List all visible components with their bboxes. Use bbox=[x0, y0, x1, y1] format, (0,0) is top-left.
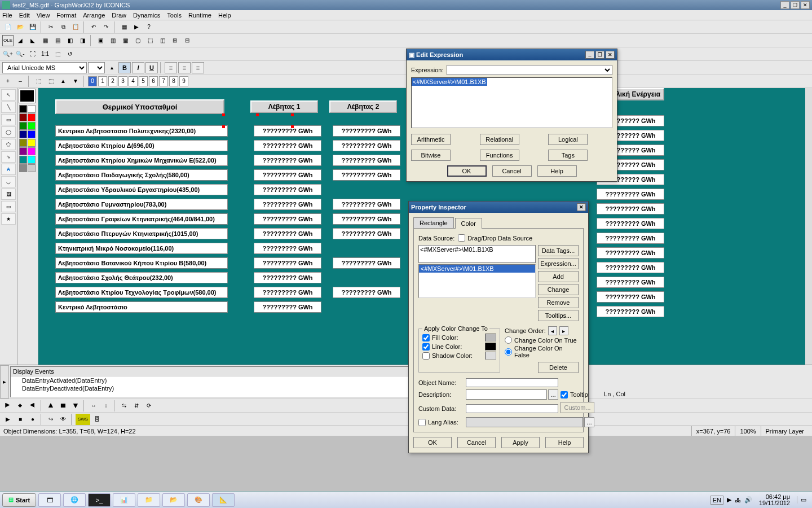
new-icon[interactable]: 📄 bbox=[2, 21, 14, 33]
color-purple[interactable] bbox=[19, 147, 27, 155]
group-icon[interactable]: ⬚ bbox=[33, 76, 44, 87]
ontrue-radio[interactable]: Change Color On True bbox=[505, 336, 579, 344]
tab-rectangle[interactable]: Rectangle bbox=[413, 217, 454, 228]
flip-h-icon[interactable]: ⇋ bbox=[118, 400, 130, 411]
minimize-button[interactable]: _ bbox=[780, 1, 789, 9]
font-size-select[interactable]: 8 bbox=[88, 62, 105, 73]
break-icon[interactable]: ● bbox=[27, 414, 38, 425]
expression-button[interactable]: Expression... bbox=[538, 258, 579, 269]
selection-handle[interactable] bbox=[222, 113, 225, 116]
apply-button[interactable]: Apply bbox=[501, 437, 540, 448]
value-cell[interactable]: ????????? GWh bbox=[254, 169, 321, 181]
color-white[interactable] bbox=[28, 105, 36, 113]
dyn9-icon[interactable]: ▩ bbox=[120, 35, 131, 46]
color-black[interactable] bbox=[19, 105, 27, 113]
task-cmd[interactable]: >_ bbox=[88, 493, 111, 507]
value-cell[interactable]: ????????? GWh bbox=[333, 140, 400, 151]
symbol-tool-icon[interactable]: ★ bbox=[1, 213, 16, 225]
layer-6-button[interactable]: 6 bbox=[149, 76, 158, 86]
station-label[interactable]: Λεβητοστάσιο Παιδαγωγικής Σχολής(580,00) bbox=[55, 169, 228, 181]
redo-icon[interactable]: ↷ bbox=[100, 21, 112, 33]
value-cell[interactable]: ????????? GWh bbox=[333, 257, 400, 269]
color-teal[interactable] bbox=[19, 156, 27, 164]
align-right-button[interactable]: ≡ bbox=[192, 62, 204, 73]
layer-4-button[interactable]: 4 bbox=[129, 76, 138, 86]
menu-arrange[interactable]: Arrange bbox=[83, 12, 105, 19]
task-explorer[interactable]: 🗔 bbox=[38, 493, 61, 507]
value-cell[interactable]: ????????? GWh bbox=[254, 213, 321, 225]
ole-icon[interactable]: OLE bbox=[2, 35, 14, 46]
ok-button[interactable]: OK bbox=[413, 437, 452, 448]
layer-2-button[interactable]: 2 bbox=[108, 76, 117, 86]
edit-expression-dialog[interactable]: ▣ Edit Expression _ ❐ ✕ Expression: <#MX… bbox=[406, 49, 617, 182]
value-cell[interactable]: ????????? GWh bbox=[254, 184, 321, 195]
close-button[interactable]: ✕ bbox=[801, 1, 810, 9]
align-l-icon[interactable]: ⯈ bbox=[2, 400, 14, 411]
total-cell[interactable]: ????????? GWh bbox=[597, 247, 664, 259]
color-dred[interactable] bbox=[19, 113, 27, 121]
tooltips-button[interactable]: Tooltips... bbox=[538, 310, 579, 321]
layer-3-button[interactable]: 3 bbox=[118, 76, 127, 86]
dragdrop-checkbox[interactable]: Drag/Drop Data Source bbox=[458, 234, 532, 242]
task-graphworx[interactable]: 📐 bbox=[212, 493, 235, 507]
datasource-input[interactable] bbox=[418, 245, 536, 263]
expression-select[interactable] bbox=[447, 65, 612, 75]
step-icon[interactable]: ↪ bbox=[45, 414, 56, 425]
tooltip-checkbox[interactable]: Tooltip bbox=[561, 391, 594, 398]
text-tool-icon[interactable]: A bbox=[1, 164, 16, 175]
value-cell[interactable]: ????????? GWh bbox=[333, 155, 400, 166]
value-cell[interactable]: ????????? GWh bbox=[254, 301, 321, 313]
align-t-icon[interactable]: ⯅ bbox=[45, 400, 56, 411]
polygon-tool-icon[interactable]: ⬠ bbox=[1, 139, 16, 150]
start-button[interactable]: ⊞ Start bbox=[2, 493, 36, 507]
dlg-max-button[interactable]: ❐ bbox=[595, 51, 604, 59]
objname-input[interactable] bbox=[466, 378, 558, 387]
datatags-button[interactable]: Data Tags... bbox=[538, 245, 579, 256]
menu-format[interactable]: Format bbox=[56, 12, 76, 19]
color-yellow[interactable] bbox=[28, 139, 36, 147]
dlg-min-button[interactable]: _ bbox=[585, 51, 594, 59]
fillcolor-checkbox[interactable]: Fill Color: bbox=[422, 334, 496, 341]
font-family-select[interactable]: Arial Unicode MS bbox=[2, 62, 87, 73]
ellipse-tool-icon[interactable]: ◯ bbox=[1, 126, 16, 138]
tab-color[interactable]: Color bbox=[455, 218, 482, 229]
station-label[interactable]: Κεντρικό Λεβητοστάσιο bbox=[55, 301, 228, 313]
menu-edit[interactable]: Edit bbox=[19, 12, 30, 19]
help-button[interactable]: Help bbox=[537, 165, 577, 177]
cut-icon[interactable]: ✂ bbox=[45, 21, 56, 33]
custom-input[interactable] bbox=[466, 404, 558, 413]
stop-icon[interactable]: ■ bbox=[15, 414, 26, 425]
color-blue[interactable] bbox=[28, 130, 36, 138]
events-list[interactable]: Display Events DataEntryActivated(DataEn… bbox=[10, 366, 416, 397]
run-icon[interactable]: ▶ bbox=[2, 414, 14, 425]
layer-7-button[interactable]: 7 bbox=[159, 76, 168, 86]
image-tool-icon[interactable]: 🖼 bbox=[1, 189, 16, 200]
help-icon[interactable]: ? bbox=[143, 21, 155, 33]
total-cell[interactable]: ????????? GWh bbox=[597, 189, 664, 200]
pointer-tool-icon[interactable]: ↖ bbox=[1, 89, 16, 100]
italic-button[interactable]: I bbox=[132, 62, 144, 73]
maximize-button[interactable]: ❐ bbox=[791, 1, 800, 9]
value-cell[interactable]: ????????? GWh bbox=[333, 199, 400, 210]
color-magenta[interactable] bbox=[28, 147, 36, 155]
dyn3-icon[interactable]: ▦ bbox=[39, 35, 51, 46]
menu-draw[interactable]: Draw bbox=[112, 12, 126, 19]
tray-flag-icon[interactable]: ▶ bbox=[727, 496, 731, 503]
selection-handle[interactable] bbox=[256, 113, 259, 116]
color-silver[interactable] bbox=[28, 164, 36, 172]
line-tool-icon[interactable]: ╲ bbox=[1, 102, 16, 113]
watch-icon[interactable]: 👁 bbox=[58, 414, 69, 425]
help-button[interactable]: Help bbox=[545, 437, 584, 448]
ok-button[interactable]: OK bbox=[447, 165, 487, 177]
value-cell[interactable]: ????????? GWh bbox=[333, 287, 400, 298]
total-cell[interactable]: ????????? GWh bbox=[597, 306, 664, 317]
langalias-browse-button[interactable]: … bbox=[584, 417, 594, 427]
layer-add-icon[interactable]: + bbox=[2, 76, 14, 87]
zoom-actual-icon[interactable]: 1:1 bbox=[39, 49, 51, 60]
delete-button[interactable]: Delete bbox=[538, 362, 579, 373]
value-cell[interactable]: ????????? GWh bbox=[254, 287, 321, 298]
langalias-checkbox[interactable]: Lang Alias: bbox=[418, 419, 464, 426]
dyn6-icon[interactable]: ◨ bbox=[77, 35, 88, 46]
back-icon[interactable]: ▼ bbox=[70, 76, 81, 87]
tray-clock[interactable]: 06:42 μμ 19/11/2012 bbox=[756, 494, 793, 506]
